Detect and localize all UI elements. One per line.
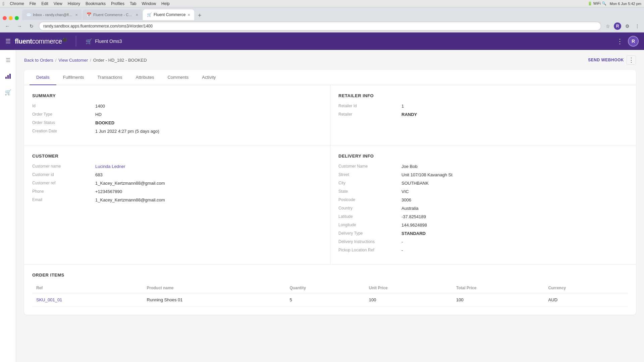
customer-field-phone: Phone +1234567890 bbox=[32, 189, 322, 194]
browser-tab-2[interactable]: 📅 Fluent Commerce - Calendar -... ✕ bbox=[83, 9, 142, 20]
customer-delivery-row: CUSTOMER Customer name Lucinda Ledner Cu… bbox=[24, 145, 636, 264]
extensions-icon[interactable]: ⚙ bbox=[623, 22, 631, 30]
more-actions-button[interactable]: ⋮ bbox=[627, 55, 636, 65]
field-label-delivery-customer-name: Customer Name bbox=[338, 164, 399, 169]
delivery-field-longitude: Longitude 144.9624898 bbox=[338, 223, 628, 228]
customer-field-ref: Customer ref 1_Kacey_Kertzmann88@gmail.c… bbox=[32, 181, 322, 186]
new-tab-button[interactable]: + bbox=[195, 11, 204, 20]
col-header-product: Product name bbox=[143, 283, 286, 293]
field-label-creation-date: Creation Date bbox=[32, 129, 93, 133]
order-item-currency: AUD bbox=[544, 293, 628, 307]
retailer-info-title: RETAILER INFO bbox=[338, 93, 628, 98]
tab-comments[interactable]: Comments bbox=[161, 70, 195, 85]
field-value-phone: +1234567890 bbox=[95, 189, 322, 194]
delivery-field-type: Delivery Type STANDARD bbox=[338, 231, 628, 236]
bookmark-icon[interactable]: ☆ bbox=[604, 22, 612, 30]
field-label-customer-id: Customer id bbox=[32, 172, 93, 177]
order-items-table: Ref Product name Quantity Unit Price Tot… bbox=[32, 283, 628, 307]
menu-edit[interactable]: Edit bbox=[41, 1, 48, 6]
menu-view[interactable]: View bbox=[54, 1, 62, 6]
back-button[interactable]: ← bbox=[3, 21, 12, 31]
tab-activity[interactable]: Activity bbox=[195, 70, 222, 85]
menu-profiles[interactable]: Profiles bbox=[111, 1, 124, 6]
window-close-dot[interactable] bbox=[3, 16, 7, 20]
breadcrumb-actions: SEND WEBHOOK ⋮ bbox=[588, 55, 636, 65]
cart-icon: 🛒 bbox=[86, 38, 92, 45]
tab-attributes[interactable]: Attributes bbox=[129, 70, 161, 85]
menu-window[interactable]: Window bbox=[142, 1, 156, 6]
delivery-field-pickup-ref: Pickup Location Ref - bbox=[338, 248, 628, 253]
menu-help[interactable]: Help bbox=[161, 1, 170, 6]
menu-tab[interactable]: Tab bbox=[130, 1, 136, 6]
window-maximize-dot[interactable] bbox=[15, 16, 19, 20]
profile-icon[interactable]: R bbox=[614, 22, 621, 30]
app-instance-name: Fluent Oms3 bbox=[95, 39, 122, 44]
field-label-customer-ref: Customer ref bbox=[32, 181, 93, 185]
customer-field-name: Customer name Lucinda Ledner bbox=[32, 164, 322, 169]
customer-field-id: Customer id 683 bbox=[32, 172, 322, 177]
tab1-close[interactable]: ✕ bbox=[75, 13, 78, 17]
order-items-title: ORDER ITEMS bbox=[32, 273, 628, 278]
forward-button[interactable]: → bbox=[15, 21, 24, 31]
breadcrumb-bar: Back to Orders / View Customer / Order -… bbox=[24, 55, 636, 65]
table-row: SKU_001_01 Running Shoes 01 5 100 100 AU… bbox=[32, 293, 628, 307]
tab-transactions[interactable]: Transactions bbox=[91, 70, 129, 85]
back-to-orders-link[interactable]: Back to Orders bbox=[24, 58, 53, 63]
field-value-customer-ref: 1_Kacey_Kertzmann88@gmail.com bbox=[95, 181, 322, 186]
tab2-title: Fluent Commerce - Calendar -... bbox=[93, 13, 133, 17]
field-value-customer-name[interactable]: Lucinda Ledner bbox=[95, 164, 322, 169]
sidebar-icon-menu[interactable]: ☰ bbox=[2, 54, 14, 66]
retailer-field-name: Retailer RANDY bbox=[338, 112, 628, 117]
address-bar[interactable]: randy.sandbox.apps.fluentcommerce.com/om… bbox=[39, 22, 601, 31]
field-label-pickup-ref: Pickup Location Ref bbox=[338, 248, 399, 252]
delivery-field-city: City SOUTHBANK bbox=[338, 181, 628, 186]
tab3-close[interactable]: ✕ bbox=[187, 13, 190, 17]
app-logo: fluentcommerce⬛ bbox=[15, 38, 66, 45]
delivery-field-postcode: Postcode 3006 bbox=[338, 197, 628, 202]
field-value-latitude: -37.8254189 bbox=[401, 214, 628, 219]
browser-menu-icon[interactable]: ⋮ bbox=[633, 22, 641, 30]
field-value-longitude: 144.9624898 bbox=[401, 223, 628, 228]
macos-bar:  Chrome File Edit View History Bookmark… bbox=[0, 0, 644, 7]
send-webhook-button[interactable]: SEND WEBHOOK bbox=[588, 58, 624, 62]
app-kebab-button[interactable]: ⋮ bbox=[614, 36, 625, 47]
order-item-ref[interactable]: SKU_001_01 bbox=[32, 293, 143, 307]
field-label-delivery-type: Delivery Type bbox=[338, 231, 399, 236]
delivery-field-customer-name: Customer Name Joe Bob bbox=[338, 164, 628, 169]
browser-tab-1[interactable]: ✉️ Inbox - randy.chan@fluentcom... ✕ bbox=[22, 9, 82, 20]
tab2-close[interactable]: ✕ bbox=[136, 13, 138, 17]
sidebar-icon-chart[interactable] bbox=[2, 70, 14, 82]
tab-fulfilments[interactable]: Fulfilments bbox=[56, 70, 91, 85]
menu-chrome[interactable]: Chrome bbox=[10, 1, 24, 6]
field-value-delivery-customer-name: Joe Bob bbox=[401, 164, 628, 169]
field-value-pickup-ref: - bbox=[401, 248, 628, 253]
menu-file[interactable]: File bbox=[30, 1, 36, 6]
user-avatar[interactable]: R bbox=[628, 36, 639, 47]
field-value-id: 1400 bbox=[95, 104, 322, 109]
reload-button[interactable]: ↻ bbox=[27, 21, 36, 31]
menu-bookmarks[interactable]: Bookmarks bbox=[86, 1, 106, 6]
hamburger-icon[interactable]: ☰ bbox=[5, 38, 11, 45]
menu-history[interactable]: History bbox=[68, 1, 80, 6]
field-label-id: Id bbox=[32, 104, 93, 108]
field-value-status: BOOKED bbox=[95, 120, 322, 125]
window-minimize-dot[interactable] bbox=[9, 16, 13, 20]
order-items-section: ORDER ITEMS Ref Product name Quantity Un… bbox=[24, 264, 636, 315]
view-customer-link[interactable]: View Customer bbox=[58, 58, 88, 63]
status-icons: 🔋 WiFi 🔍 bbox=[588, 1, 606, 6]
svg-rect-2 bbox=[9, 74, 11, 79]
apple-icon[interactable]:  bbox=[3, 1, 4, 6]
col-header-currency: Currency bbox=[544, 283, 628, 293]
tab-details[interactable]: Details bbox=[30, 70, 56, 85]
sidebar-icon-cart[interactable]: 🛒 bbox=[2, 86, 14, 98]
retailer-field-id: Retailer Id 1 bbox=[338, 104, 628, 109]
field-label-country: Country bbox=[338, 206, 399, 210]
field-value-street: Unit 107/108 Kavanagh St bbox=[401, 172, 628, 177]
field-value-customer-id: 683 bbox=[95, 172, 322, 177]
main-content-area: Back to Orders / View Customer / Order -… bbox=[16, 50, 644, 362]
order-detail-card: Details Fulfilments Transactions Attribu… bbox=[24, 70, 636, 315]
browser-tab-3[interactable]: 🛒 Fluent Commerce ✕ bbox=[143, 9, 194, 20]
field-value-order-type: HD bbox=[95, 112, 322, 117]
delivery-field-state: State VIC bbox=[338, 189, 628, 194]
breadcrumb-current: Order - HD_182 - BOOKED bbox=[93, 58, 147, 63]
